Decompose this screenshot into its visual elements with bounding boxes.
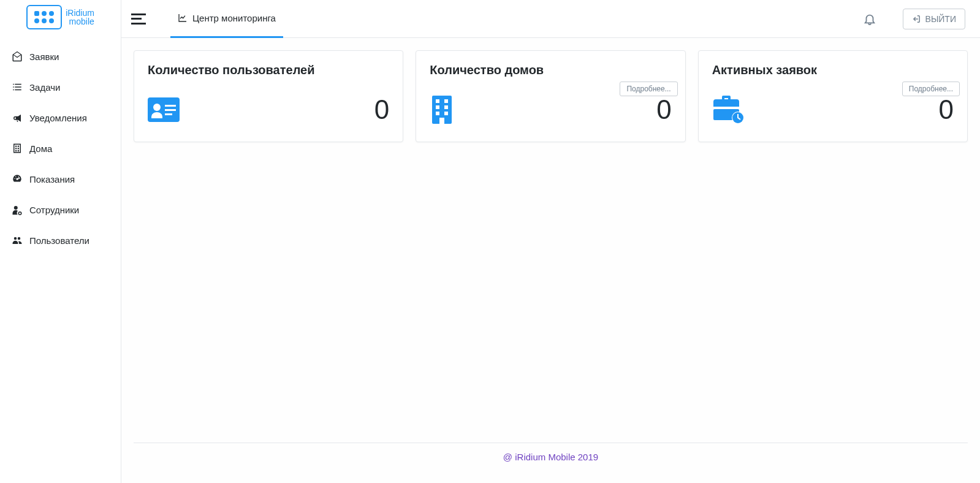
sidebar-item-label: Пользователи [29,235,89,246]
svg-point-1 [153,104,161,111]
tab-label: Центр мониторинга [192,13,276,23]
sign-out-icon [912,15,921,23]
svg-rect-11 [444,112,448,115]
sidebar-item-label: Задачи [29,82,60,93]
sidebar-item-requests[interactable]: Заявки [0,41,121,72]
content: Количество пользователей 0 Количество до… [121,38,980,483]
svg-rect-8 [436,105,439,109]
users-icon [11,235,23,246]
card-houses: Количество домов Подробнее... 0 [416,50,685,142]
sidebar-item-tasks[interactable]: Задачи [0,72,121,102]
card-title: Количество домов [430,63,671,77]
building-icon [430,96,454,124]
card-value: 0 [374,94,389,125]
card-users: Количество пользователей 0 [134,50,403,142]
svg-rect-9 [444,105,448,109]
menu-toggle-button[interactable] [131,13,146,25]
svg-rect-7 [444,99,448,103]
topbar: Центр мониторинга ВЫЙТИ [121,0,980,38]
sidebar-item-label: Дома [29,143,52,154]
footer: @ iRidium Mobile 2019 [134,443,968,471]
more-button[interactable]: Подробнее... [620,82,677,96]
building-icon [11,143,23,154]
logout-button[interactable]: ВЫЙТИ [903,9,965,29]
svg-rect-6 [436,99,439,103]
card-value: 0 [939,94,954,125]
logo-mark [26,5,62,29]
footer-text: @ iRidium Mobile 2019 [503,452,598,462]
card-value: 0 [656,94,671,125]
sidebar-item-label: Заявки [29,51,59,62]
sidebar-item-houses[interactable]: Дома [0,133,121,164]
svg-rect-10 [436,112,439,115]
tab-monitoring[interactable]: Центр мониторинга [170,0,283,38]
sidebar-item-staff[interactable]: Сотрудники [0,194,121,225]
logo-text: iRidium mobile [66,9,94,26]
logo[interactable]: iRidium mobile [0,0,121,34]
dashboard-icon [11,173,23,184]
svg-rect-12 [439,118,444,124]
svg-rect-4 [165,113,172,115]
notifications-button[interactable] [857,7,882,31]
sidebar-item-label: Уведомления [29,113,87,123]
bullhorn-icon [11,112,23,123]
logout-label: ВЫЙТИ [925,14,956,24]
svg-rect-2 [165,105,176,107]
card-active-requests: Активных заявок Подробнее... [698,50,968,142]
id-card-icon [148,97,180,122]
sidebar-nav: Заявки Задачи Уведомления Дома [0,34,121,256]
card-title: Количество пользователей [148,63,389,77]
sidebar: iRidium mobile Заявки Задачи [0,0,121,483]
card-title: Активных заявок [712,63,954,77]
sidebar-item-label: Сотрудники [29,205,79,215]
sidebar-item-notifications[interactable]: Уведомления [0,102,121,133]
svg-rect-3 [165,109,176,111]
sidebar-item-meters[interactable]: Показания [0,164,121,194]
list-check-icon [11,82,23,93]
sidebar-item-users[interactable]: Пользователи [0,225,121,256]
briefcase-clock-icon [712,96,745,124]
user-cog-icon [11,204,23,215]
sidebar-item-label: Показания [29,174,75,184]
more-button[interactable]: Подробнее... [902,82,960,96]
chart-line-icon [178,13,188,23]
envelope-open-icon [11,51,23,62]
bell-icon [863,12,876,26]
